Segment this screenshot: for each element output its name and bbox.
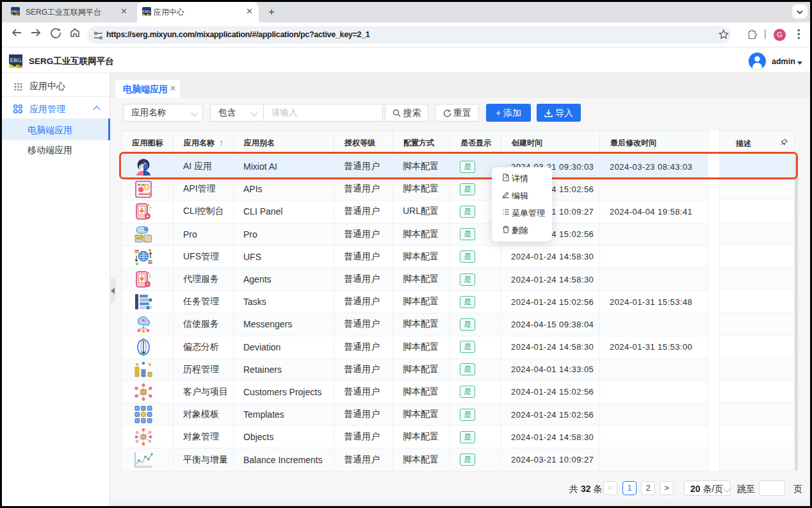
svg-text:ERG: ERG (12, 9, 20, 13)
svg-text:ERG: ERG (143, 9, 151, 13)
svg-text:ERG: ERG (10, 57, 22, 63)
